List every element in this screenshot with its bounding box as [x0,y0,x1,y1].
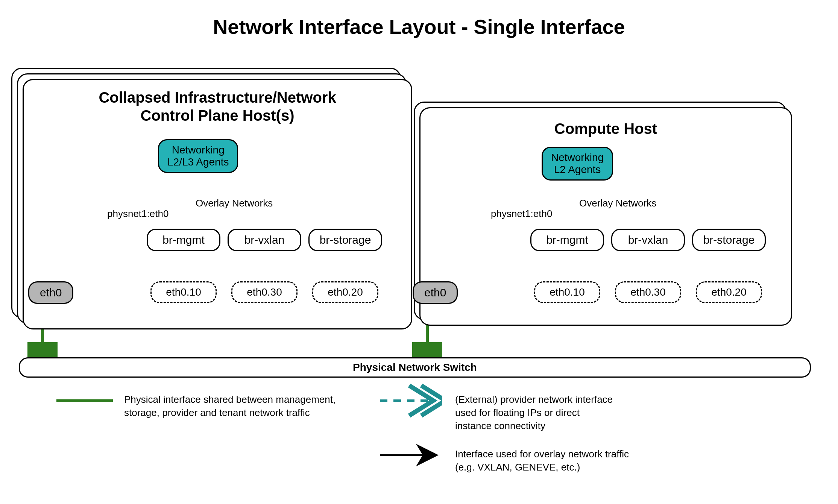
legend-teal-text: (External) provider network interface us… [455,393,613,433]
compute-overlay-label: Overlay Networks [579,197,656,209]
control-plane-host-stack: Collapsed Infrastructure/Network Control… [11,68,399,316]
compute-br-storage: br-storage [692,229,766,251]
legend-black-text: Interface used for overlay network traff… [455,448,629,474]
compute-eth0-20: eth0.20 [696,281,762,303]
infra-br-storage: br-storage [308,229,382,251]
infra-br-vxlan: br-vxlan [228,229,301,251]
diagram-canvas: Network Interface Layout - Single Interf… [0,0,838,504]
compute-eth0: eth0 [413,281,458,304]
infra-agent-box: Networking L2/L3 Agents [158,139,238,173]
legend-green-text: Physical interface shared between manage… [124,393,336,419]
infra-br-mgmt: br-mgmt [147,229,220,251]
control-plane-title: Collapsed Infrastructure/Network Control… [24,88,411,124]
compute-br-vxlan: br-vxlan [611,229,685,251]
infra-eth0-10: eth0.10 [150,281,217,303]
compute-br-mgmt: br-mgmt [530,229,604,251]
compute-physnet-label: physnet1:eth0 [491,208,552,220]
infra-overlay-label: Overlay Networks [196,197,273,209]
compute-title: Compute Host [421,120,791,138]
compute-eth0-10: eth0.10 [534,281,600,303]
infra-eth0: eth0 [28,281,73,304]
physical-switch: Physical Network Switch [19,357,811,378]
infra-physnet-label: physnet1:eth0 [107,208,169,220]
diagram-title: Network Interface Layout - Single Interf… [0,15,838,38]
infra-eth0-20: eth0.20 [312,281,378,303]
compute-agent-box: Networking L2 Agents [542,147,613,181]
compute-eth0-30: eth0.30 [615,281,681,303]
infra-eth0-30: eth0.30 [231,281,298,303]
